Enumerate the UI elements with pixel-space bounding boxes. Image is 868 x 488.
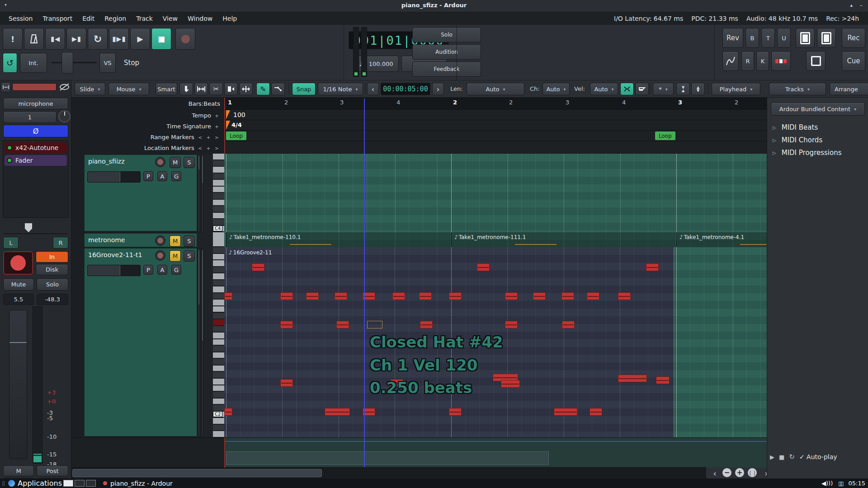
piano-key[interactable]: [213, 280, 224, 286]
vscrollbar[interactable]: [198, 155, 200, 232]
piano-key[interactable]: [213, 174, 224, 180]
track-a-button[interactable]: A: [157, 265, 167, 275]
track-header-metronome[interactable]: metronomeMS: [84, 233, 202, 247]
metronome-note[interactable]: [290, 244, 331, 245]
menu-track[interactable]: Track: [132, 14, 157, 23]
region-name[interactable]: ♪16Groove2-11: [229, 249, 272, 256]
midi-activity-button[interactable]: [771, 51, 791, 71]
piano-key[interactable]: [213, 213, 224, 219]
browser-item-midi-beats[interactable]: ▷MIDI Beats: [767, 121, 868, 134]
piano-key[interactable]: [213, 167, 224, 173]
u-button[interactable]: U: [777, 28, 791, 48]
shuttle-track[interactable]: [52, 62, 97, 63]
clip-loop-button[interactable]: ↻: [789, 453, 795, 461]
midi-note[interactable]: [501, 380, 520, 388]
note-velocity-dropdown[interactable]: Auto: [590, 83, 618, 95]
piano-key[interactable]: [213, 425, 224, 431]
pan-track[interactable]: [4, 233, 68, 234]
piano-keys-strip[interactable]: C4: [213, 154, 224, 232]
goto-start-button[interactable]: ▮◀: [45, 28, 65, 50]
monitor-feedback-button[interactable]: Feedback: [412, 61, 481, 77]
zoom-in-button[interactable]: +: [735, 468, 744, 477]
piano-key[interactable]: [213, 254, 224, 260]
stretch-tool-button[interactable]: [239, 83, 253, 95]
phase-invert-button[interactable]: Ø: [3, 125, 68, 137]
note-channel-dropdown[interactable]: Auto: [542, 83, 570, 95]
piano-key[interactable]: [213, 326, 224, 333]
piano-key[interactable]: [213, 300, 224, 306]
piano-key[interactable]: [213, 346, 224, 352]
piano-key[interactable]: [213, 372, 224, 378]
midi-note[interactable]: [335, 292, 347, 300]
volume-icon[interactable]: ◀))): [821, 480, 833, 487]
piano-key[interactable]: C2: [213, 412, 224, 418]
window-switch-2[interactable]: [75, 480, 85, 487]
ruler-bars-beats[interactable]: 1234223432: [224, 98, 767, 110]
track-solo-button[interactable]: S: [184, 157, 195, 168]
region-name[interactable]: ♪Take1_metronome-111.1: [454, 234, 526, 240]
midi-note[interactable]: [477, 263, 490, 271]
midi-note[interactable]: [252, 263, 264, 271]
midi-note[interactable]: [561, 292, 574, 300]
piano-key[interactable]: [213, 180, 224, 186]
piano-key[interactable]: [213, 385, 224, 392]
piano-key[interactable]: [213, 286, 224, 293]
ruler-timesig[interactable]: 4/4: [224, 120, 767, 131]
midi-note[interactable]: [590, 408, 602, 416]
piano-key[interactable]: [213, 313, 224, 319]
vertical-zoom-button[interactable]: ▲▼: [691, 83, 705, 95]
midi-note[interactable]: [449, 408, 462, 416]
metronome-region[interactable]: ♪Take1_metronome-4.1: [676, 232, 767, 247]
metronome-track-lane[interactable]: ♪Take1_metronome-110.1♪Take1_metronome-1…: [224, 232, 767, 247]
track-mute-button[interactable]: M: [170, 250, 181, 262]
nudge-clock[interactable]: 00:00:05:00: [381, 83, 430, 95]
track-mute-button[interactable]: M: [170, 157, 181, 168]
metronome-region[interactable]: ♪Take1_metronome-110.1: [226, 232, 451, 247]
piano-key[interactable]: [213, 352, 224, 359]
piano-key[interactable]: [213, 200, 224, 206]
t-button[interactable]: T: [761, 28, 775, 48]
groove-track-lane[interactable]: ♪16Groove2-11 Closed Hat #42 Ch 1 Vel 12…: [224, 247, 767, 437]
zoom-to-session-button[interactable]: ❲❳: [748, 468, 757, 477]
window-switch-3[interactable]: [86, 480, 96, 487]
piano-key[interactable]: [213, 399, 224, 405]
marker-scope-dropdown[interactable]: *: [653, 83, 674, 95]
metronome-key-strip[interactable]: [213, 232, 224, 247]
midi-note[interactable]: [419, 292, 432, 300]
piano-key[interactable]: [213, 405, 224, 411]
maximize-icon[interactable]: ▴: [850, 2, 853, 8]
edit-mode-dropdown[interactable]: Slide: [75, 83, 105, 95]
ruler-location-markers[interactable]: [224, 141, 767, 154]
menu-window[interactable]: Window: [184, 14, 217, 23]
shuttle-handle[interactable]: [61, 52, 73, 74]
record-enable-button[interactable]: [3, 251, 33, 275]
piano-key[interactable]: [213, 431, 224, 437]
piano-key[interactable]: [213, 339, 224, 346]
loop-range-marker[interactable]: Loop: [226, 131, 246, 140]
piano-key[interactable]: [213, 366, 224, 372]
fade-curve-button[interactable]: [722, 51, 739, 71]
zoom-out-button[interactable]: −: [722, 468, 731, 477]
pan-handle[interactable]: [25, 223, 32, 232]
monitor-audition-button[interactable]: Audition: [412, 44, 481, 60]
trim-knob[interactable]: [58, 110, 71, 122]
mouse-mode-dropdown[interactable]: Mouse: [108, 83, 149, 95]
peak-display[interactable]: -48.3: [37, 294, 68, 305]
track-gain-slider[interactable]: [87, 265, 141, 276]
vscrollbar[interactable]: [201, 248, 204, 436]
timesig-marker-value[interactable]: 4/4: [231, 122, 242, 128]
midi-note[interactable]: [449, 292, 462, 300]
hscroll-thumb[interactable]: [72, 469, 322, 477]
midi-note[interactable]: [656, 376, 670, 384]
browser-item-midi-chords[interactable]: ▷MIDI Chords: [767, 134, 868, 146]
track-solo-button[interactable]: S: [184, 235, 195, 247]
midi-note[interactable]: [280, 292, 293, 300]
midi-note[interactable]: [562, 321, 575, 328]
piano-key[interactable]: [213, 293, 224, 300]
clip-stop-button[interactable]: ■: [779, 454, 784, 460]
horizontal-scrollbar[interactable]: [71, 467, 706, 479]
expand-triangle-icon[interactable]: ▷: [773, 125, 776, 130]
piano-key[interactable]: [213, 418, 224, 424]
track-solo-button[interactable]: S: [184, 250, 195, 262]
track-name[interactable]: metronome: [88, 236, 125, 244]
